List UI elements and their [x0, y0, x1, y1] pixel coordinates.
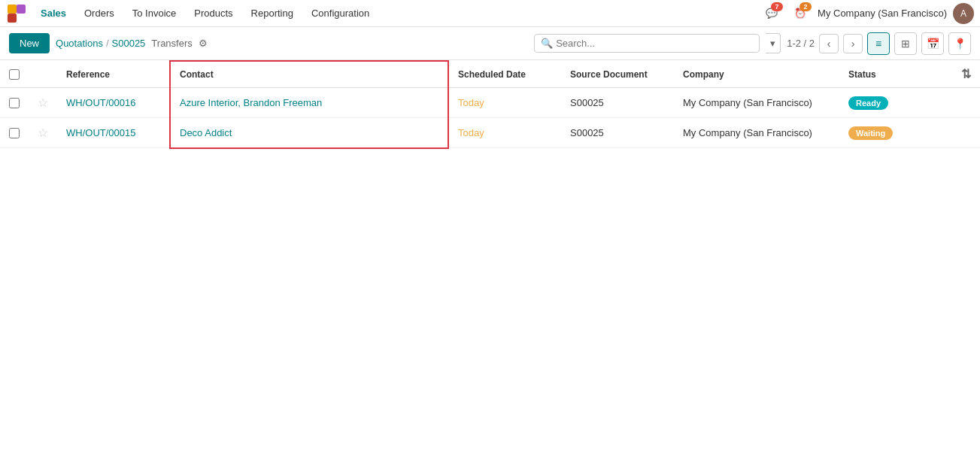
page-label: Transfers [151, 38, 192, 49]
nav-configuration[interactable]: Configuration [304, 5, 377, 22]
column-settings-icon[interactable]: ⇅ [961, 68, 971, 81]
row1-contact: Azure Interior, Brandon Freeman [170, 88, 448, 118]
row2-date-value: Today [458, 127, 484, 138]
pagination-info: 1-2 / 2 [787, 38, 815, 49]
row1-favorite-button[interactable]: ☆ [38, 96, 48, 110]
select-all-checkbox[interactable] [9, 69, 20, 80]
app-logo[interactable] [6, 3, 27, 24]
search-box: 🔍 [534, 34, 760, 53]
company-name[interactable]: My Company (San Francisco) [818, 8, 947, 19]
row1-reference-link[interactable]: WH/OUT/00016 [66, 97, 135, 108]
chat-badge: 7 [771, 2, 783, 11]
nav-sales[interactable]: Sales [33, 5, 74, 22]
activity-badge: 2 [799, 2, 812, 11]
breadcrumb-current[interactable]: S00025 [112, 38, 146, 49]
avatar-initials: A [960, 8, 966, 19]
user-avatar[interactable]: A [953, 3, 974, 24]
pagination-prev-button[interactable]: ‹ [819, 34, 839, 53]
breadcrumb-bar: New Quotations / S00025 Transfers ⚙ 🔍 ▾ … [0, 27, 980, 60]
top-navigation: Sales Orders To Invoice Products Reporti… [0, 0, 980, 27]
row2-contact: Deco Addict [170, 118, 448, 148]
row2-reference-link[interactable]: WH/OUT/00015 [66, 127, 135, 138]
row1-settings-cell [952, 88, 980, 118]
header-contact[interactable]: Contact [170, 61, 448, 88]
row2-checkbox[interactable] [9, 128, 20, 138]
row1-source-value: S00025 [570, 97, 604, 108]
table-row: ☆ WH/OUT/00016 Azure Interior, Brandon F… [0, 88, 980, 118]
row1-star-cell: ☆ [29, 88, 57, 118]
breadcrumb-quotations-link[interactable]: Quotations [56, 38, 103, 49]
svg-rect-2 [8, 14, 17, 23]
breadcrumb-separator: / [106, 38, 109, 49]
header-settings: ⇅ [952, 61, 980, 88]
svg-rect-1 [17, 5, 26, 14]
transfers-table: Reference Contact Scheduled Date Source … [0, 60, 980, 149]
row2-source-value: S00025 [570, 127, 604, 138]
row2-contact-link[interactable]: Deco Addict [180, 127, 232, 138]
search-icon: 🔍 [541, 38, 553, 49]
row2-scheduled-date: Today [448, 118, 561, 148]
pagination-next-button[interactable]: › [843, 34, 863, 53]
nav-orders[interactable]: Orders [77, 5, 122, 22]
calendar-view-button[interactable]: 📅 [921, 32, 944, 55]
row2-settings-cell [952, 118, 980, 148]
svg-rect-0 [8, 5, 17, 14]
breadcrumb: Quotations / S00025 [56, 38, 145, 49]
row1-scheduled-date: Today [448, 88, 561, 118]
new-button[interactable]: New [9, 33, 50, 53]
row2-source-document: S00025 [561, 118, 674, 148]
nav-to-invoice[interactable]: To Invoice [125, 5, 184, 22]
search-area: 🔍 ▾ [534, 33, 781, 53]
header-source-document[interactable]: Source Document [561, 61, 674, 88]
row1-reference: WH/OUT/00016 [57, 88, 170, 118]
list-view-button[interactable]: ≡ [867, 32, 890, 55]
row1-checkbox[interactable] [9, 98, 20, 108]
row1-company: My Company (San Francisco) [674, 88, 839, 118]
settings-gear-icon[interactable]: ⚙ [199, 38, 208, 49]
row1-date-value: Today [458, 97, 484, 108]
search-dropdown-button[interactable]: ▾ [766, 33, 781, 53]
map-view-button[interactable]: 📍 [948, 32, 971, 55]
row1-checkbox-cell [0, 88, 29, 118]
row2-favorite-button[interactable]: ☆ [38, 126, 48, 140]
header-reference[interactable]: Reference [57, 61, 170, 88]
header-star-cell [29, 61, 57, 88]
table-row: ☆ WH/OUT/00015 Deco Addict Today S00025 … [0, 118, 980, 148]
row2-star-cell: ☆ [29, 118, 57, 148]
row1-contact-link[interactable]: Azure Interior, Brandon Freeman [180, 97, 322, 108]
header-checkbox-cell [0, 61, 29, 88]
header-status[interactable]: Status [839, 61, 952, 88]
nav-reporting[interactable]: Reporting [244, 5, 301, 22]
search-input[interactable] [556, 38, 753, 49]
row1-status: Ready [839, 88, 952, 118]
row2-checkbox-cell [0, 118, 29, 148]
header-scheduled-date[interactable]: Scheduled Date [448, 61, 561, 88]
chat-notifications-button[interactable]: 💬 7 [760, 2, 783, 25]
activity-notifications-button[interactable]: ⏰ 2 [789, 2, 812, 25]
row2-company: My Company (San Francisco) [674, 118, 839, 148]
nav-products[interactable]: Products [187, 5, 240, 22]
row1-source-document: S00025 [561, 88, 674, 118]
kanban-view-button[interactable]: ⊞ [894, 32, 917, 55]
row2-reference: WH/OUT/00015 [57, 118, 170, 148]
view-controls: 1-2 / 2 ‹ › ≡ ⊞ 📅 📍 [787, 32, 971, 55]
row2-company-value: My Company (San Francisco) [683, 127, 812, 138]
row2-status: Waiting [839, 118, 952, 148]
header-company[interactable]: Company [674, 61, 839, 88]
row1-company-value: My Company (San Francisco) [683, 97, 812, 108]
row1-status-badge: Ready [848, 96, 888, 110]
row2-status-badge: Waiting [848, 126, 893, 140]
